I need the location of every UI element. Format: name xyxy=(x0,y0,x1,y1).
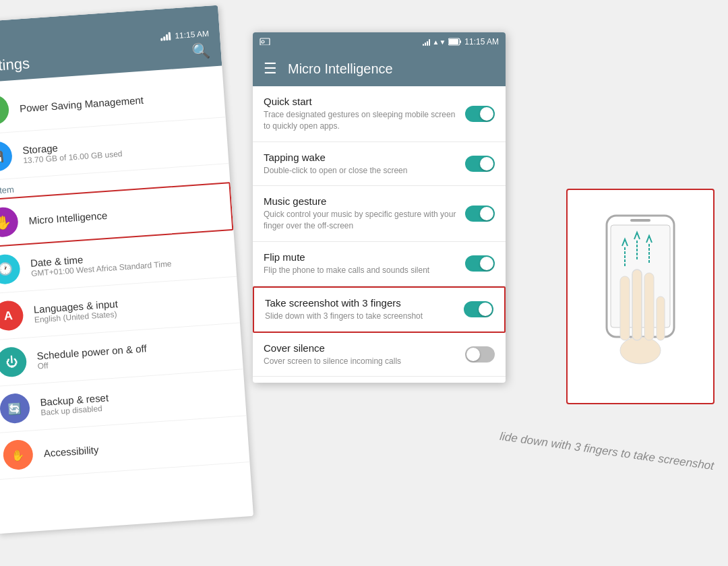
item-title: Music gesture xyxy=(264,195,457,207)
svg-point-1 xyxy=(262,40,264,43)
panel-title: Micro Intelligence xyxy=(288,61,393,77)
search-icon[interactable]: 🔍 xyxy=(191,42,211,61)
illustration-panel xyxy=(566,189,715,404)
micro-settings-list: Quick start Trace designated gestures on… xyxy=(253,86,506,383)
status-bar: ▲▼ 11:15 AM xyxy=(253,32,506,51)
status-time: 11:15 AM xyxy=(464,37,499,46)
micro-intelligence-panel: ▲▼ 11:15 AM ☰ Micro Intelligence Quick s… xyxy=(253,32,506,383)
item-subtitle: Trace designated gestures on sleeping mo… xyxy=(264,109,457,132)
photo-icon xyxy=(260,37,270,45)
item-text: Accessibility xyxy=(43,434,237,459)
svg-rect-12 xyxy=(644,273,654,340)
item-subtitle: Slide down with 3 fingers to take screen… xyxy=(265,311,456,322)
svg-point-9 xyxy=(620,337,661,364)
item-title: Micro Intelligence xyxy=(28,201,220,226)
item-title: Power Saving Management xyxy=(19,89,213,114)
screenshot-toggle[interactable] xyxy=(464,301,493,317)
item-text: Backup & reset Back up disabled xyxy=(40,383,235,417)
quick-start-toggle[interactable] xyxy=(465,106,495,122)
caption-text: lide down with 3 fingers to take screens… xyxy=(499,430,715,473)
item-content: Cover silence Cover screen to silence in… xyxy=(264,342,465,367)
settings-list: ⚡ Power Saving Management 💾 Storage 13.7… xyxy=(0,65,250,485)
item-subtitle: Cover screen to silence incoming calls xyxy=(264,356,457,367)
status-left xyxy=(260,37,270,46)
signal-icon xyxy=(160,32,171,41)
item-content: Take screenshot with 3 fingers Slide dow… xyxy=(265,297,464,322)
svg-rect-4 xyxy=(449,39,458,44)
item-icon: 💾 xyxy=(0,141,13,172)
item-title: Cover silence xyxy=(264,342,457,354)
item-title: Flip mute xyxy=(264,251,457,263)
svg-rect-13 xyxy=(657,296,665,340)
svg-rect-8 xyxy=(630,219,650,222)
tapping-wake-toggle[interactable] xyxy=(465,156,495,172)
item-text: Languages & input English (United States… xyxy=(33,290,228,324)
item-text: Power Saving Management xyxy=(19,89,213,114)
quick-start-item[interactable]: Quick start Trace designated gestures on… xyxy=(253,86,506,142)
item-title: Take screenshot with 3 fingers xyxy=(265,297,456,309)
screenshot-3-fingers-item[interactable]: Take screenshot with 3 fingers Slide dow… xyxy=(253,286,506,333)
music-gesture-toggle[interactable] xyxy=(465,206,495,222)
item-text: Micro Intelligence xyxy=(28,201,220,226)
tapping-wake-item[interactable]: Tapping wake Double-click to open or clo… xyxy=(253,142,506,187)
item-icon: ✋ xyxy=(0,206,19,238)
item-icon: ✋ xyxy=(2,439,34,470)
svg-rect-11 xyxy=(632,270,642,340)
item-title: Accessibility xyxy=(43,434,237,459)
flip-mute-toggle[interactable] xyxy=(465,255,495,272)
item-icon: 🕐 xyxy=(0,253,21,285)
item-content: Flip mute Flip the phone to make calls a… xyxy=(264,251,465,276)
item-subtitle: Double-click to open or close the screen xyxy=(264,165,457,177)
cover-silence-item[interactable]: Cover silence Cover screen to silence in… xyxy=(253,333,506,377)
item-content: Music gesture Quick control your music b… xyxy=(264,195,465,232)
item-text: Date & time GMT+01:00 West Africa Standa… xyxy=(30,243,224,278)
item-icon: ⚡ xyxy=(0,94,10,126)
menu-icon[interactable]: ☰ xyxy=(264,60,277,77)
status-right: ▲▼ 11:15 AM xyxy=(423,37,499,46)
signal-icon xyxy=(423,38,430,46)
item-subtitle: Flip the phone to make calls and sounds … xyxy=(264,265,457,276)
item-title: Tapping wake xyxy=(264,152,457,163)
settings-background-panel: 11:15 AM Settings 🔍 ⚡ Power Saving Manag… xyxy=(0,5,253,534)
svg-rect-3 xyxy=(460,40,461,43)
settings-title: Settings xyxy=(0,55,30,75)
item-text: Storage 13.70 GB of 16.00 GB used xyxy=(22,131,217,165)
item-subtitle: Quick control your music by specific ges… xyxy=(264,209,457,232)
item-title: Quick start xyxy=(264,96,457,107)
item-icon: ⏻ xyxy=(0,346,28,378)
signal-text: ▲▼ xyxy=(433,38,446,46)
music-gesture-item[interactable]: Music gesture Quick control your music b… xyxy=(253,186,506,242)
status-time: 11:15 AM xyxy=(175,29,210,41)
micro-header: ☰ Micro Intelligence xyxy=(253,51,506,86)
phone-illustration xyxy=(586,209,694,384)
svg-rect-10 xyxy=(620,276,630,340)
item-content: Quick start Trace designated gestures on… xyxy=(264,96,465,132)
item-text: Schedule power on & off Off xyxy=(36,336,231,371)
battery-icon xyxy=(448,38,462,46)
item-icon: A xyxy=(0,300,24,332)
cover-silence-toggle[interactable] xyxy=(465,346,495,363)
item-icon: 🔄 xyxy=(0,393,31,425)
item-content: Tapping wake Double-click to open or clo… xyxy=(264,152,465,177)
flip-mute-item[interactable]: Flip mute Flip the phone to make calls a… xyxy=(253,242,506,286)
